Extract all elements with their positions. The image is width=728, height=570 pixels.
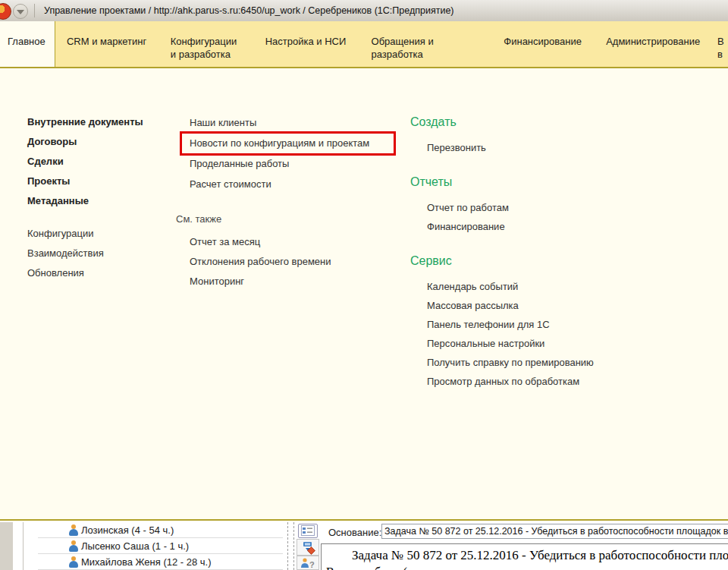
menu-item[interactable]: Внутренние документы xyxy=(27,112,143,132)
person-icon xyxy=(68,556,79,568)
main-menu-dropdown-button[interactable] xyxy=(13,4,28,19)
splitter-handle[interactable] xyxy=(293,522,294,570)
window-title: Управление проектами / http://ahk.parus-… xyxy=(44,5,454,16)
group-reports-list: Отчет по работамФинансирование xyxy=(410,198,594,236)
basis-input[interactable] xyxy=(381,524,728,539)
pick-from-list-button[interactable] xyxy=(297,539,319,556)
group-service: Сервис Календарь событийМассовая рассылк… xyxy=(410,251,594,391)
1c-logo-icon xyxy=(0,3,11,20)
group-create: Создать Перезвонить xyxy=(410,112,594,157)
tab-glavnoe[interactable]: Главное xyxy=(0,21,55,67)
group-header-reports: Отчеты xyxy=(410,172,594,192)
document-view[interactable]: Задача № 50 872 от 25.12.2016 - Убедитьс… xyxy=(321,543,728,570)
tab-configurations[interactable]: Конфигурации и разработка xyxy=(159,21,254,67)
menu-item[interactable]: Отклонения рабочего времени xyxy=(176,252,369,272)
document-body-line: В ходе работы ( xyxy=(322,563,728,570)
group-header-service: Сервис xyxy=(410,251,594,271)
form-left-margin xyxy=(0,522,13,570)
section-tabbar: Главное CRM и маркетинг Конфигурации и р… xyxy=(0,21,728,68)
toolbar: ? xyxy=(297,522,321,570)
tab-finansirovanie[interactable]: Финансирование xyxy=(492,21,595,67)
menu-item[interactable]: Мониторинг xyxy=(176,272,369,291)
menu-item[interactable]: Массовая рассылка xyxy=(410,296,594,315)
chevron-down-icon xyxy=(17,10,24,14)
menu-item[interactable]: Договоры xyxy=(27,132,143,152)
properties-list-icon xyxy=(301,525,315,536)
tab-administrirovanie[interactable]: Администрирование xyxy=(595,21,706,67)
svg-text:?: ? xyxy=(309,560,315,569)
group-header-create: Создать xyxy=(410,112,594,132)
group-create-list: Перезвонить xyxy=(410,138,594,157)
menu-item[interactable]: Проекты xyxy=(27,172,143,191)
see-also-list: Отчет за месяц Отклонения рабочего време… xyxy=(176,232,369,291)
menu-item[interactable]: Персональные настройки xyxy=(410,334,594,353)
tab-nastroyka-nsi[interactable]: Настройка и НСИ xyxy=(254,21,360,67)
primary-nav-list: Внутренние документы Договоры Сделки Про… xyxy=(27,112,143,211)
pick-selection-icon xyxy=(300,541,315,555)
menu-item[interactable]: Наши клиенты xyxy=(176,112,369,133)
menu-item[interactable]: Сделки xyxy=(27,152,143,172)
tab-clipped[interactable]: В в xyxy=(706,21,728,67)
secondary-nav-list: Конфигурации Взаимодействия Обновления xyxy=(27,224,143,283)
see-also-header: См. также xyxy=(176,209,369,229)
menu-item[interactable]: Перезвонить xyxy=(410,138,594,157)
menu-item[interactable]: Обновления xyxy=(27,263,143,283)
function-menu-panel: Внутренние документы Договоры Сделки Про… xyxy=(0,68,728,521)
menu-item[interactable]: Просмотр данных по обработкам xyxy=(410,372,594,391)
menu-item[interactable]: Новости по конфигурациям и проектам xyxy=(176,133,369,153)
menu-item[interactable]: Получить справку по премированию xyxy=(410,353,594,372)
titlebar: Управление проектами / http://ahk.parus-… xyxy=(0,0,728,22)
person-icon xyxy=(68,540,79,552)
list-item[interactable]: Лозинская (4 - 54 ч.) xyxy=(38,522,283,538)
splitter-handle[interactable] xyxy=(287,522,288,570)
menu-item[interactable]: Проделанные работы xyxy=(176,153,369,174)
group-reports: Отчеты Отчет по работамФинансирование xyxy=(410,172,594,236)
list-item[interactable]: Лысенко Саша (1 - 1 ч.) xyxy=(38,538,283,554)
menu-item[interactable]: Панель телефонии для 1С xyxy=(410,315,594,334)
menu-item[interactable]: Финансирование xyxy=(410,217,594,236)
menu-column-lists: Наши клиенты Новости по конфигурациям и … xyxy=(176,112,369,291)
menu-column-navigation: Внутренние документы Договоры Сделки Про… xyxy=(27,112,143,283)
menu-item[interactable]: Взаимодействия xyxy=(27,244,143,263)
background-form: Лозинская (4 - 54 ч.) Лысенко Саша (1 - … xyxy=(0,522,728,570)
document-title-line: Задача № 50 872 от 25.12.2016 - Убедитьс… xyxy=(322,544,728,563)
tab-obrashcheniya[interactable]: Обращения и разработка xyxy=(360,21,493,67)
basis-label: Основание: xyxy=(328,527,381,538)
menu-item[interactable]: Расчет стоимости xyxy=(176,174,369,194)
menu-item[interactable]: Отчет за месяц xyxy=(176,232,369,252)
group-service-list: Календарь событийМассовая рассылкаПанель… xyxy=(410,277,594,391)
menu-item[interactable]: Отчет по работам xyxy=(410,198,594,217)
executors-list: Лозинская (4 - 54 ч.) Лысенко Саша (1 - … xyxy=(38,522,283,570)
list-item[interactable]: Михайлова Женя (12 - 28 ч.) xyxy=(38,554,283,570)
menu-column-actions: Создать Перезвонить Отчеты Отчет по рабо… xyxy=(410,112,594,406)
menu-item[interactable]: Календарь событий xyxy=(410,277,594,296)
person-icon xyxy=(68,524,79,536)
user-help-button[interactable]: ? xyxy=(297,556,319,570)
titlebar-separator xyxy=(34,4,35,17)
list-commands: Наши клиенты Новости по конфигурациям и … xyxy=(176,112,369,194)
form-vertical-divider xyxy=(23,522,24,570)
app-window: Управление проектами / http://ahk.parus-… xyxy=(0,0,728,570)
tab-crm-marketing[interactable]: CRM и маркетинг xyxy=(55,21,159,67)
menu-item[interactable]: Конфигурации xyxy=(27,224,143,244)
user-question-icon: ? xyxy=(300,558,315,569)
details-button[interactable] xyxy=(298,524,318,538)
menu-item[interactable]: Метаданные xyxy=(27,191,143,211)
